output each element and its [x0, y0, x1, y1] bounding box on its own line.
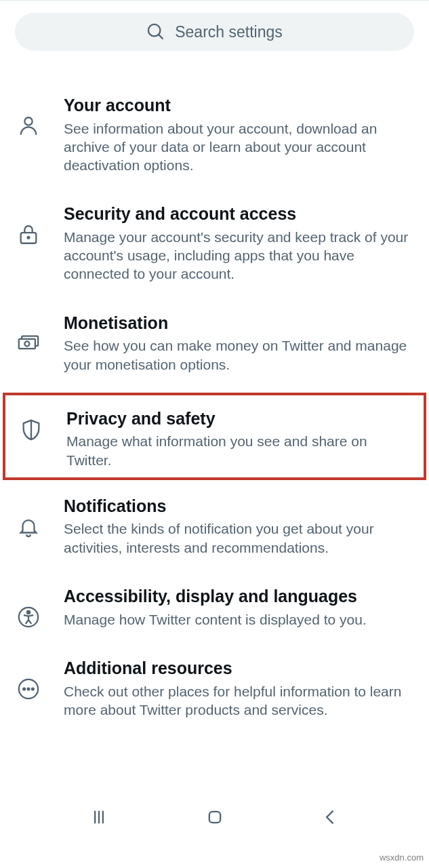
- icon-wrap: [12, 585, 45, 629]
- icon-wrap: [12, 657, 45, 701]
- item-desc: Manage how Twitter content is displayed …: [64, 610, 417, 629]
- search-icon: [146, 22, 165, 41]
- settings-list: Your account See information about your …: [0, 85, 429, 738]
- item-title: Your account: [64, 94, 417, 117]
- item-content: Security and account access Manage your …: [64, 203, 417, 283]
- android-nav-bar: [0, 797, 429, 837]
- settings-item-your-account[interactable]: Your account See information about your …: [0, 85, 429, 193]
- icon-wrap: [15, 408, 47, 441]
- item-desc: Manage what information you see and shar…: [66, 432, 414, 469]
- svg-point-2: [24, 117, 32, 125]
- item-desc: See information about your account, down…: [64, 119, 417, 175]
- item-content: Additional resources Check out other pla…: [64, 657, 417, 719]
- item-desc: Select the kinds of notification you get…: [64, 519, 417, 557]
- lock-icon: [17, 223, 40, 246]
- bell-icon: [17, 515, 40, 538]
- settings-item-accessibility[interactable]: Accessibility, display and languages Man…: [0, 576, 429, 648]
- watermark: wsxdn.com: [380, 852, 424, 863]
- item-title: Security and account access: [64, 203, 417, 225]
- item-title: Privacy and safety: [66, 408, 414, 430]
- settings-item-notifications[interactable]: Notifications Select the kinds of notifi…: [0, 486, 429, 576]
- svg-point-10: [27, 611, 30, 614]
- item-content: Your account See information about your …: [64, 94, 417, 174]
- item-content: Accessibility, display and languages Man…: [64, 585, 417, 629]
- svg-point-0: [148, 24, 161, 36]
- svg-point-14: [32, 688, 34, 690]
- item-title: Notifications: [64, 495, 417, 517]
- shield-icon: [20, 418, 43, 441]
- search-placeholder: Search settings: [175, 23, 283, 41]
- item-title: Accessibility, display and languages: [64, 585, 417, 608]
- icon-wrap: [12, 495, 45, 538]
- item-desc: Check out other places for helpful infor…: [64, 682, 417, 719]
- item-title: Additional resources: [64, 657, 417, 679]
- icon-wrap: [12, 94, 45, 138]
- top-divider: [0, 0, 429, 1]
- money-icon: [17, 332, 40, 355]
- search-container: Search settings: [0, 13, 429, 51]
- icon-wrap: [12, 312, 45, 355]
- person-icon: [17, 115, 40, 138]
- item-content: Monetisation See how you can make money …: [64, 312, 417, 374]
- svg-point-13: [28, 688, 30, 690]
- svg-point-12: [23, 688, 25, 690]
- item-desc: Manage your account's security and keep …: [64, 228, 417, 283]
- icon-wrap: [12, 203, 45, 246]
- svg-rect-6: [19, 339, 35, 349]
- recents-button[interactable]: [89, 808, 108, 827]
- settings-item-monetisation[interactable]: Monetisation See how you can make money …: [0, 302, 429, 393]
- more-icon: [17, 677, 40, 701]
- item-desc: See how you can make money on Twitter an…: [64, 336, 417, 374]
- svg-point-4: [28, 237, 30, 239]
- item-content: Notifications Select the kinds of notifi…: [64, 495, 417, 557]
- svg-line-1: [159, 35, 163, 39]
- back-button[interactable]: [321, 808, 340, 827]
- settings-item-privacy-safety[interactable]: Privacy and safety Manage what informati…: [3, 393, 426, 480]
- settings-item-security[interactable]: Security and account access Manage your …: [0, 193, 429, 302]
- accessibility-icon: [17, 606, 40, 629]
- svg-rect-18: [209, 812, 220, 823]
- item-content: Privacy and safety Manage what informati…: [66, 408, 414, 469]
- search-input[interactable]: Search settings: [15, 13, 414, 51]
- item-title: Monetisation: [64, 312, 417, 334]
- home-button[interactable]: [205, 808, 224, 827]
- settings-item-additional-resources[interactable]: Additional resources Check out other pla…: [0, 648, 429, 738]
